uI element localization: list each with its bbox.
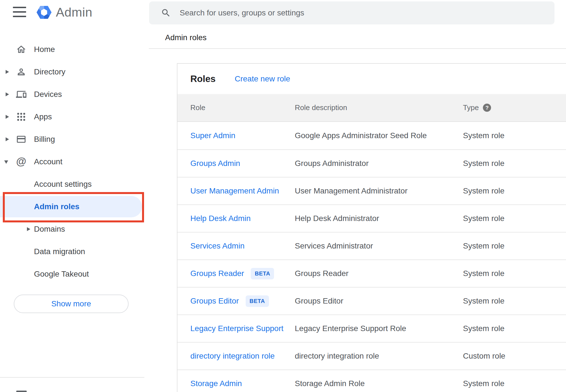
column-header-type: Type ? xyxy=(463,103,566,112)
role-cell: Storage Admin xyxy=(190,379,295,388)
app-title: Admin xyxy=(56,5,92,20)
roles-title: Roles xyxy=(190,74,216,84)
role-link[interactable]: Groups Reader xyxy=(190,269,244,278)
role-description-cell: Legacy Enterprise Support Role xyxy=(295,324,463,333)
sidebar-item-data-migration[interactable]: Data migration xyxy=(0,240,144,263)
at-sign-icon: @ xyxy=(16,157,26,167)
role-cell: Groups ReaderBETA xyxy=(190,268,295,279)
credit-card-icon xyxy=(16,134,26,145)
role-type-cell: System role xyxy=(463,324,566,333)
column-header-role: Role xyxy=(190,103,295,112)
role-link[interactable]: directory integration role xyxy=(190,352,275,361)
table-row: Legacy Enterprise SupportLegacy Enterpri… xyxy=(177,314,566,342)
sidebar-item-account-settings[interactable]: Account settings xyxy=(0,173,144,195)
role-description-cell: Storage Admin Role xyxy=(295,379,463,388)
table-row: Storage AdminStorage Admin RoleSystem ro… xyxy=(177,370,566,392)
role-description-cell: directory integration role xyxy=(295,352,463,361)
sidebar-item-directory[interactable]: Directory xyxy=(0,61,144,83)
breadcrumb: Admin roles xyxy=(165,33,207,42)
role-link[interactable]: Legacy Enterprise Support xyxy=(190,324,284,333)
show-more-label: Show more xyxy=(51,299,91,308)
admin-hexagon-logo xyxy=(36,4,52,20)
chevron-right-icon[interactable] xyxy=(6,115,9,119)
beta-badge: BETA xyxy=(246,295,269,307)
role-cell: directory integration role xyxy=(190,352,295,361)
svg-text:@: @ xyxy=(16,157,26,167)
roles-card-header: Roles Create new role xyxy=(177,64,566,94)
table-row: Services AdminServices AdministratorSyst… xyxy=(177,232,566,259)
roles-table-body: Super AdminGoogle Apps Administrator See… xyxy=(177,122,566,392)
table-row: directory integration roledirectory inte… xyxy=(177,342,566,370)
sidebar-item-admin-roles[interactable]: Admin roles xyxy=(0,195,144,218)
devices-icon xyxy=(16,89,26,100)
cutoff-sidebar-icon xyxy=(16,391,27,392)
role-cell: Services Admin xyxy=(190,241,295,250)
apps-grid-icon xyxy=(16,112,26,122)
search-input[interactable] xyxy=(179,8,540,18)
person-icon xyxy=(16,67,26,77)
table-row: Help Desk AdminHelp Desk AdministratorSy… xyxy=(177,204,566,232)
table-row: Groups AdminGroups AdministratorSystem r… xyxy=(177,149,566,177)
search-icon xyxy=(161,8,171,18)
chevron-right-icon[interactable] xyxy=(6,92,9,96)
sidebar-item-label: Devices xyxy=(34,90,62,99)
role-description-cell: Help Desk Administrator xyxy=(295,214,463,223)
role-type-cell: System role xyxy=(463,269,566,278)
sidebar-item-label: Google Takeout xyxy=(34,270,89,279)
role-link[interactable]: Storage Admin xyxy=(190,379,242,388)
sidebar-item-home[interactable]: Home xyxy=(0,38,144,61)
table-row: Super AdminGoogle Apps Administrator See… xyxy=(177,122,566,149)
sidebar-item-account[interactable]: @Account xyxy=(0,151,144,173)
show-more-button[interactable]: Show more xyxy=(14,295,129,313)
hamburger-menu-icon[interactable] xyxy=(13,7,26,17)
create-new-role-link[interactable]: Create new role xyxy=(235,74,290,83)
sidebar-item-label: Directory xyxy=(34,67,65,76)
sidebar-item-apps[interactable]: Apps xyxy=(0,106,144,128)
role-link[interactable]: Help Desk Admin xyxy=(190,214,251,223)
role-cell: Groups Admin xyxy=(190,159,295,168)
role-type-cell: System role xyxy=(463,131,566,140)
role-link[interactable]: User Management Admin xyxy=(190,186,279,195)
sidebar-item-label: Home xyxy=(34,45,55,54)
roles-card: Roles Create new role Role Role descript… xyxy=(177,63,566,392)
role-link[interactable]: Super Admin xyxy=(190,131,235,140)
role-description-cell: Groups Administrator xyxy=(295,159,463,168)
role-description-cell: Services Administrator xyxy=(295,241,463,250)
sidebar-item-label: Admin roles xyxy=(34,202,79,211)
sidebar-nav: HomeDirectoryDevicesAppsBilling@AccountA… xyxy=(0,38,144,285)
role-type-cell: System role xyxy=(463,186,566,195)
role-link[interactable]: Groups Editor xyxy=(190,297,239,306)
role-type-cell: System role xyxy=(463,379,566,388)
chevron-right-icon[interactable] xyxy=(6,137,9,141)
sidebar-item-domains[interactable]: Domains xyxy=(0,218,144,240)
help-icon[interactable]: ? xyxy=(483,104,491,112)
role-description-cell: Google Apps Administrator Seed Role xyxy=(295,131,463,140)
column-header-role-description: Role description xyxy=(295,103,463,112)
sidebar-item-label: Data migration xyxy=(34,247,85,256)
role-description-cell: Groups Editor xyxy=(295,297,463,306)
role-type-cell: System role xyxy=(463,297,566,306)
header-divider xyxy=(149,48,566,49)
table-row: User Management AdminUser Management Adm… xyxy=(177,177,566,204)
admin-console-page: Admin Admin roles HomeDirectoryDevicesAp… xyxy=(0,0,566,392)
sidebar-item-billing[interactable]: Billing xyxy=(0,128,144,151)
chevron-down-icon[interactable] xyxy=(4,160,8,164)
beta-badge: BETA xyxy=(251,268,274,279)
role-description-cell: Groups Reader xyxy=(295,269,463,278)
table-row: Groups ReaderBETAGroups ReaderSystem rol… xyxy=(177,259,566,287)
role-description-cell: User Management Administrator xyxy=(295,186,463,195)
sidebar-item-label: Billing xyxy=(34,135,55,144)
sidebar-item-google-takeout[interactable]: Google Takeout xyxy=(0,263,144,285)
sidebar-item-label: Domains xyxy=(34,225,65,234)
role-link[interactable]: Services Admin xyxy=(190,241,245,250)
chevron-right-icon[interactable] xyxy=(27,227,30,231)
role-link[interactable]: Groups Admin xyxy=(190,159,240,168)
sidebar-item-devices[interactable]: Devices xyxy=(0,83,144,106)
role-type-cell: System role xyxy=(463,214,566,223)
role-type-cell: System role xyxy=(463,241,566,250)
chevron-right-icon[interactable] xyxy=(6,70,9,74)
sidebar-bottom-divider xyxy=(0,377,144,378)
role-type-cell: System role xyxy=(463,159,566,168)
sidebar-item-label: Account xyxy=(34,157,62,166)
sidebar-item-label: Account settings xyxy=(34,180,92,189)
